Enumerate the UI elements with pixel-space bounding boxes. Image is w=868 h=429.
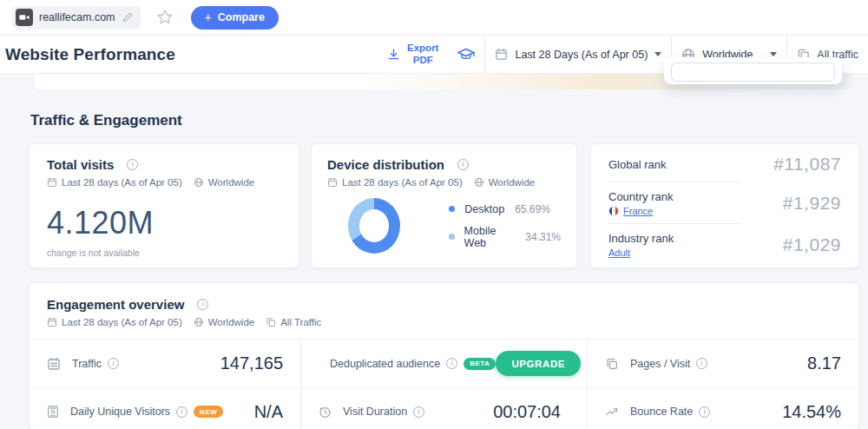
- info-icon[interactable]: [127, 159, 138, 170]
- info-icon[interactable]: [413, 406, 424, 418]
- metric-visit-duration: Visit Duration 00:07:04: [300, 387, 587, 429]
- total-visits-value: 4.120M: [47, 205, 281, 241]
- device-donut-chart: [348, 198, 400, 254]
- industry-rank-value: #1,029: [783, 234, 841, 255]
- mobile-web-dot-icon: [449, 234, 454, 240]
- traffic-log-icon: [47, 357, 61, 371]
- clock-icon: [319, 406, 332, 419]
- plus-icon: +: [205, 10, 212, 24]
- total-visits-note: change is not available: [47, 248, 281, 258]
- traffic-scope-label: All Traffic: [280, 317, 321, 327]
- export-pdf-button[interactable]: Export PDF: [378, 36, 448, 73]
- compare-button[interactable]: + Compare: [191, 6, 279, 30]
- globe-icon: [194, 317, 204, 327]
- device-distribution-card: Device distribution Last 28 days (As of …: [311, 143, 577, 268]
- scope-label: Worldwide: [208, 317, 254, 327]
- metric-deduplicated-audience: Deduplicated audience BETA UPGRADE: [300, 340, 587, 387]
- upgrade-button[interactable]: UPGRADE: [496, 351, 581, 376]
- metric-bounce-rate: Bounce Rate 14.54%: [587, 387, 858, 429]
- beta-badge: BETA: [464, 358, 496, 370]
- industry-link[interactable]: Adult: [608, 248, 630, 258]
- country-rank-row: Country rank France #1,929: [608, 182, 841, 224]
- device-distribution-title: Device distribution: [327, 157, 444, 172]
- bounce-trend-icon: [605, 406, 619, 418]
- pages-icon: [605, 357, 619, 371]
- visit-duration-value: 00:07:04: [493, 402, 561, 422]
- engagement-metrics-grid: Traffic 147,165 Deduplicated audience BE…: [30, 339, 858, 429]
- geo-dropdown-popover[interactable]: [664, 57, 842, 84]
- graduation-cap-icon: [457, 48, 475, 61]
- legend-item-mobile-web: Mobile Web 34.31%: [449, 225, 561, 249]
- info-icon[interactable]: [457, 159, 469, 170]
- download-icon: [387, 48, 400, 61]
- ranks-card: Global rank #11,087 Country rank France …: [590, 143, 859, 268]
- scope-label: Worldwide: [489, 177, 535, 188]
- chevron-down-icon: [770, 52, 777, 56]
- total-visits-title: Total visits: [47, 157, 114, 172]
- country-rank-value: #1,929: [783, 193, 841, 214]
- industry-rank-row: Industry rank Adult #1,029: [608, 224, 841, 266]
- top-bar: reallifecam.com + Compare: [0, 0, 868, 36]
- site-favicon: [16, 9, 33, 26]
- period-label: Last 28 days (As of Apr 05): [62, 177, 182, 188]
- daily-unique-visitors-value: N/A: [254, 402, 283, 422]
- total-visits-card: Total visits Last 28 days (As of Apr 05)…: [29, 143, 299, 268]
- domain-chip[interactable]: reallifecam.com: [12, 6, 141, 30]
- info-icon[interactable]: [197, 299, 208, 310]
- chevron-down-icon: [654, 52, 661, 56]
- info-icon[interactable]: [176, 406, 187, 418]
- new-badge: NEW: [194, 406, 223, 418]
- info-icon[interactable]: [696, 358, 707, 369]
- globe-icon: [474, 177, 484, 188]
- learn-academy-button[interactable]: [448, 36, 484, 73]
- scope-label: Worldwide: [208, 177, 254, 188]
- metric-daily-unique-visitors: Daily Unique Visitors NEW N/A: [30, 387, 300, 429]
- metric-traffic: Traffic 147,165: [30, 340, 300, 387]
- calendar-icon: [47, 317, 57, 327]
- info-icon[interactable]: [108, 358, 119, 369]
- metric-pages-per-visit: Pages / Visit 8.17: [587, 340, 858, 387]
- global-rank-value: #11,087: [773, 154, 841, 175]
- period-label: Last 28 days (As of Apr 05): [342, 177, 463, 188]
- pages-per-visit-value: 8.17: [807, 353, 841, 373]
- engagement-title: Engagement overview: [47, 297, 184, 312]
- legend-item-desktop: Desktop 65.69%: [449, 203, 561, 215]
- edit-pencil-icon[interactable]: [122, 12, 133, 23]
- device-legend: Desktop 65.69% Mobile Web 34.31%: [449, 203, 561, 249]
- france-flag-icon: [608, 206, 619, 216]
- engagement-overview-card: Engagement overview Last 28 days (As of …: [29, 282, 859, 429]
- globe-icon: [194, 177, 204, 188]
- traffic-value: 147,165: [220, 353, 283, 373]
- calendar-icon: [47, 177, 57, 188]
- period-label: Last 28 days (As of Apr 05): [62, 317, 182, 327]
- favorite-star-icon[interactable]: [156, 9, 174, 26]
- info-icon[interactable]: [446, 358, 457, 369]
- calendar-icon: [327, 177, 338, 188]
- date-range-selector[interactable]: Last 28 Days (As of Apr 05): [485, 36, 671, 73]
- global-rank-row: Global rank #11,087: [608, 146, 841, 182]
- calendar-icon: [495, 48, 508, 61]
- bounce-rate-value: 14.54%: [782, 402, 841, 422]
- traffic-windows-icon: [266, 317, 276, 327]
- country-link[interactable]: France: [623, 206, 653, 216]
- desktop-dot-icon: [449, 206, 455, 212]
- section-title: Traffic & Engagement: [30, 112, 182, 129]
- visitor-card-icon: [47, 405, 59, 419]
- page-title: Website Performance: [5, 45, 175, 64]
- dropdown-search-input[interactable]: [671, 63, 835, 82]
- domain-name: reallifecam.com: [39, 11, 115, 23]
- info-icon[interactable]: [699, 406, 710, 418]
